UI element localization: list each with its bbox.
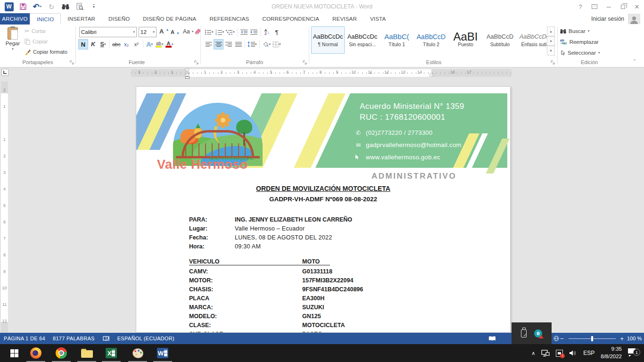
language-tray-indicator[interactable]: ESP bbox=[583, 350, 594, 356]
show-paragraph-marks-button[interactable]: ¶ bbox=[272, 27, 282, 37]
document-page[interactable]: Valle Hermoso GAD PARROQUIAL Acuerdo Min… bbox=[136, 86, 511, 333]
italic-button[interactable]: K bbox=[88, 39, 98, 49]
show-hidden-icons-chevron[interactable]: ∧ bbox=[531, 350, 535, 356]
style-titulo-1[interactable]: AaBbC( Título 1 bbox=[380, 26, 413, 54]
zoom-in-button[interactable]: + bbox=[620, 336, 624, 342]
taskbar-file-explorer[interactable] bbox=[76, 344, 97, 362]
justify-button[interactable] bbox=[233, 39, 243, 49]
tab-vista[interactable]: VISTA bbox=[363, 13, 392, 25]
shading-button[interactable]: ▾ bbox=[261, 39, 272, 49]
align-left-button[interactable] bbox=[204, 39, 214, 49]
tab-archivo[interactable]: ARCHIVO bbox=[0, 13, 30, 25]
tab-referencias[interactable]: REFERENCIAS bbox=[203, 13, 256, 25]
read-mode-button[interactable] bbox=[488, 336, 496, 341]
tab-stop-selector[interactable] bbox=[1, 69, 8, 76]
close-button[interactable]: ✕ bbox=[630, 0, 644, 13]
style-titulo-2[interactable]: AaBbCcD Título 2 bbox=[414, 26, 448, 54]
decrease-indent-button[interactable] bbox=[239, 27, 249, 37]
collapse-ribbon-button[interactable]: ⌃ bbox=[633, 58, 636, 64]
security-alert-icon[interactable]: ! bbox=[556, 350, 563, 357]
style-puesto[interactable]: AaBI Puesto bbox=[449, 26, 482, 54]
bullets-button[interactable]: ▾ bbox=[204, 27, 215, 37]
cut-button[interactable]: ✂ Cortar bbox=[25, 26, 46, 36]
clock-date: 8/8/2022 bbox=[601, 353, 622, 361]
action-center-button[interactable]: 1 bbox=[628, 348, 639, 358]
tab-correspondencia[interactable]: CORRESPONDENCIA bbox=[256, 13, 326, 25]
sort-button[interactable]: AZ↓ bbox=[262, 27, 272, 37]
word-count[interactable]: 8177 PALABRAS bbox=[53, 336, 95, 341]
format-painter-button[interactable]: Copiar formato bbox=[25, 47, 67, 57]
zoom-slider[interactable] bbox=[569, 338, 616, 339]
taskbar-excel[interactable]: X bbox=[101, 344, 122, 362]
style-normal[interactable]: AaBbCcDc ¶ Normal bbox=[311, 26, 345, 54]
browser-e-icon[interactable]: e bbox=[534, 329, 542, 337]
hanging-indent-marker[interactable] bbox=[185, 73, 190, 76]
grow-font-button[interactable]: A▲ bbox=[159, 28, 169, 35]
help-button[interactable]: ? bbox=[573, 0, 587, 13]
find-button[interactable]: Buscar▾ bbox=[560, 26, 589, 36]
zoom-out-button[interactable]: − bbox=[560, 336, 564, 342]
strikethrough-button[interactable]: abc bbox=[111, 39, 122, 49]
taskbar-word[interactable]: W bbox=[152, 344, 173, 362]
ribbon-display-options-button[interactable]: ^ bbox=[587, 0, 602, 13]
web-layout-button[interactable] bbox=[553, 336, 559, 341]
superscript-button[interactable]: x² bbox=[132, 39, 141, 49]
line-spacing-button[interactable]: ▾ bbox=[247, 39, 258, 49]
font-family-combobox[interactable]: Calibri▾ bbox=[79, 27, 137, 37]
taskbar-paint[interactable] bbox=[127, 344, 148, 362]
style-sin-espaciado[interactable]: AaBbCcDc Sin espaci... bbox=[346, 26, 379, 54]
shrink-font-button[interactable]: A▼ bbox=[171, 29, 180, 35]
bold-button[interactable]: N bbox=[78, 39, 88, 49]
restore-button[interactable] bbox=[616, 0, 630, 13]
style-subtitulo[interactable]: AaBbCcD Subtítulo bbox=[483, 26, 517, 54]
subscript-button[interactable]: x₂ bbox=[122, 39, 132, 49]
volume-icon[interactable] bbox=[569, 350, 577, 356]
increase-indent-button[interactable] bbox=[249, 27, 259, 37]
styles-dialog-launcher[interactable] bbox=[551, 60, 555, 65]
tab-revisar[interactable]: REVISAR bbox=[326, 13, 363, 25]
taskbar-chrome[interactable] bbox=[51, 344, 72, 362]
change-case-button[interactable]: Aa▾ bbox=[183, 28, 193, 35]
tab-diseno[interactable]: DISEÑO bbox=[102, 13, 136, 25]
replace-button[interactable]: ab⇢ac Reemplazar bbox=[560, 37, 599, 47]
multilevel-list-button[interactable]: ▾ bbox=[225, 27, 236, 37]
paragraph-dialog-launcher[interactable] bbox=[303, 60, 307, 65]
zoom-slider-thumb[interactable] bbox=[591, 336, 593, 341]
align-center-button[interactable] bbox=[214, 39, 223, 49]
proofing-status-icon[interactable]: ✗ bbox=[102, 336, 110, 342]
font-dialog-launcher[interactable] bbox=[194, 60, 199, 65]
style-enfasis-sutil[interactable]: AaBbCcDc Énfasis sutil bbox=[518, 26, 551, 54]
network-icon[interactable] bbox=[541, 350, 550, 357]
tab-diseno-de-pagina[interactable]: DISEÑO DE PÁGINA bbox=[136, 13, 203, 25]
font-color-button[interactable]: A▾ bbox=[165, 39, 174, 49]
paste-button[interactable]: Pegar ▾ bbox=[3, 26, 23, 58]
styles-gallery-more[interactable]: ▼ bbox=[547, 46, 555, 56]
left-indent-marker[interactable] bbox=[185, 76, 190, 79]
font-size-combobox[interactable]: 12▾ bbox=[139, 27, 157, 37]
styles-scroll-down[interactable]: ▼ bbox=[547, 36, 555, 46]
sign-in-button[interactable]: Iniciar sesión bbox=[591, 13, 640, 25]
taskbar-firefox[interactable] bbox=[25, 344, 46, 362]
text-effects-button[interactable]: A▾ bbox=[145, 39, 155, 49]
borders-button[interactable]: ▾ bbox=[272, 39, 282, 49]
minimize-button[interactable]: ─ bbox=[602, 0, 616, 13]
start-button[interactable] bbox=[4, 344, 25, 362]
underline-button[interactable]: S▾ bbox=[98, 39, 108, 49]
right-indent-marker[interactable] bbox=[429, 73, 434, 76]
zoom-level[interactable]: 100 % bbox=[627, 333, 642, 344]
highlight-color-button[interactable]: ab▾ bbox=[155, 39, 165, 49]
styles-scroll-up[interactable]: ▲ bbox=[547, 26, 555, 36]
tab-inicio[interactable]: INICIO bbox=[30, 13, 61, 25]
copy-button[interactable]: Copiar bbox=[25, 37, 48, 46]
vertical-ruler[interactable]: 12123456789101112 bbox=[1, 82, 8, 333]
usb-device-icon[interactable]: ✓ bbox=[521, 329, 527, 337]
taskbar-clock[interactable]: 9:35 8/8/2022 bbox=[601, 346, 622, 360]
align-right-button[interactable] bbox=[223, 39, 233, 49]
language-indicator[interactable]: ESPAÑOL (ECUADOR) bbox=[117, 336, 174, 341]
select-button[interactable]: Seleccionar▾ bbox=[560, 48, 600, 58]
tab-insertar[interactable]: INSERTAR bbox=[61, 13, 102, 25]
clipboard-dialog-launcher[interactable] bbox=[70, 60, 74, 65]
numbering-button[interactable]: 123▾ bbox=[215, 27, 225, 37]
first-line-indent-marker[interactable] bbox=[185, 69, 190, 72]
page-indicator[interactable]: PÁGINA 1 DE 64 bbox=[4, 336, 45, 341]
